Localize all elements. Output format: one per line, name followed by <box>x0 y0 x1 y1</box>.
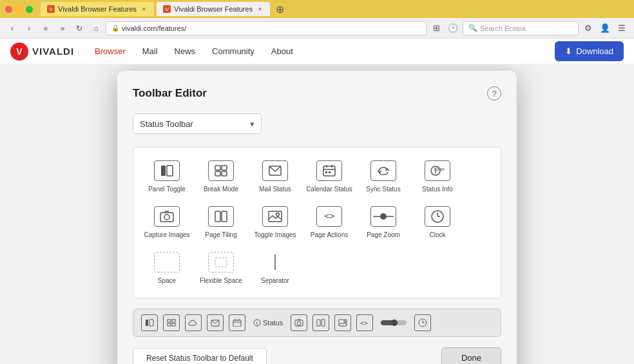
toolbar-item-space[interactable]: Space <box>141 247 193 290</box>
tab-1[interactable]: V Vivaldi Browser Features ✕ <box>41 2 154 16</box>
done-button[interactable]: Done <box>441 347 501 364</box>
page-tiling-label: Page Tiling <box>205 231 236 239</box>
main-nav-links: Browser Mail News Community About <box>87 43 555 60</box>
preview-capture[interactable] <box>291 314 307 331</box>
svg-rect-32 <box>168 320 171 322</box>
address-text: vivaldi.com/features/ <box>122 24 186 32</box>
svg-rect-33 <box>172 320 175 322</box>
preview-mail[interactable] <box>207 314 224 331</box>
toolbar-item-separator[interactable]: Separator <box>249 247 301 290</box>
preview-code[interactable]: <> <box>356 314 373 331</box>
preview-break-mode[interactable] <box>163 314 180 331</box>
preview-clock[interactable] <box>414 314 431 331</box>
toolbar-item-clock[interactable]: Clock <box>412 201 463 244</box>
calendar-status-icon <box>316 160 342 181</box>
svg-point-17 <box>164 215 169 220</box>
flexible-space-icon <box>208 252 234 273</box>
bookmark-icon[interactable]: ⊞ <box>429 21 443 35</box>
search-icon: 🔍 <box>468 24 477 32</box>
traffic-light-green[interactable] <box>26 6 33 13</box>
mail-status-label: Mail Status <box>259 185 291 193</box>
traffic-light-yellow[interactable] <box>15 6 23 13</box>
preview-zoom-slider[interactable] <box>381 320 407 325</box>
toolbar-item-status-info[interactable]: i Status Status Info <box>412 155 463 198</box>
help-button[interactable]: ? <box>487 86 501 101</box>
download-button[interactable]: ⬇ Download <box>555 41 624 61</box>
toolbar-item-flexible-space[interactable]: Flexible Space <box>195 247 247 290</box>
new-tab-icon[interactable]: ⊕ <box>273 2 287 16</box>
svg-rect-19 <box>222 211 227 222</box>
toolbar-item-calendar-status[interactable]: Calendar Status <box>303 155 355 198</box>
toggle-images-icon <box>262 206 288 227</box>
fast-forward-button[interactable]: » <box>55 21 70 35</box>
svg-rect-2 <box>215 166 220 170</box>
tab-label-2: Vivaldi Browser Features <box>174 5 253 13</box>
nav-link-about[interactable]: About <box>264 43 301 60</box>
preview-calendar[interactable] <box>229 314 245 331</box>
tab-close-1[interactable]: ✕ <box>140 5 148 13</box>
svg-rect-12 <box>329 171 331 173</box>
preview-zoom-control[interactable] <box>381 320 407 325</box>
search-bar[interactable]: 🔍 Search Ecosia <box>463 21 579 35</box>
preview-cloud[interactable] <box>185 314 202 331</box>
download-label: Download <box>576 46 613 56</box>
extensions-icon[interactable]: ⚙ <box>581 21 595 35</box>
forward-button[interactable]: › <box>22 21 36 35</box>
svg-text:<>: <> <box>324 211 335 221</box>
home-button[interactable]: ⌂ <box>89 21 103 35</box>
nav-link-browser[interactable]: Browser <box>87 43 133 60</box>
nav-link-news[interactable]: News <box>167 43 204 60</box>
toolbar-item-page-actions[interactable]: <> Page Actions <box>303 201 355 244</box>
nav-link-community[interactable]: Community <box>204 43 262 60</box>
svg-text:i: i <box>256 321 258 325</box>
tab-close-2[interactable]: ✕ <box>256 5 264 13</box>
page-actions-icon: <> <box>316 206 342 227</box>
reset-button[interactable]: Reset Status Toolbar to Default <box>133 348 267 365</box>
toolbar-selector[interactable]: Status Toolbar ▾ <box>133 113 262 134</box>
preview-status-info[interactable]: i Status <box>251 314 285 331</box>
space-icon <box>154 252 180 273</box>
preview-images[interactable] <box>334 314 351 331</box>
dialog-overlay: Toolbar Editor ? Status Toolbar ▾ <box>0 64 634 364</box>
toolbar-item-page-tiling[interactable]: Page Tiling <box>195 201 247 244</box>
address-bar[interactable]: 🔒 vivaldi.com/features/ <box>106 21 427 35</box>
dialog-title: Toolbar Editor <box>133 87 207 100</box>
toolbar-item-page-zoom[interactable]: Page Zoom <box>358 201 409 244</box>
nav-link-mail[interactable]: Mail <box>135 43 166 60</box>
traffic-light-red[interactable] <box>5 6 12 13</box>
svg-rect-46 <box>322 320 325 326</box>
history-icon[interactable]: 🕑 <box>446 21 460 35</box>
page-actions-label: Page Actions <box>311 231 348 239</box>
sync-status-label: Sync Status <box>366 185 400 193</box>
tab-favicon-1: V <box>47 5 55 13</box>
back-button[interactable]: ‹ <box>5 21 19 35</box>
page-zoom-label: Page Zoom <box>367 231 400 239</box>
mail-status-icon <box>262 160 288 181</box>
tab-2[interactable]: V Vivaldi Browser Features ✕ <box>157 2 270 16</box>
toolbar-selector-chevron: ▾ <box>250 119 255 129</box>
rewind-button[interactable]: « <box>39 21 53 35</box>
toolbar-item-mail-status[interactable]: Mail Status <box>249 155 301 198</box>
svg-rect-18 <box>215 211 220 222</box>
preview-tiling[interactable] <box>312 314 329 331</box>
svg-point-24 <box>380 213 387 220</box>
toolbar-item-toggle-images[interactable]: Toggle Images <box>249 201 301 244</box>
settings-icon[interactable]: ☰ <box>615 21 629 35</box>
vivaldi-logo-icon: V <box>10 43 28 61</box>
refresh-button[interactable]: ↻ <box>72 21 86 35</box>
svg-rect-5 <box>222 171 227 176</box>
panel-toggle-icon <box>154 160 180 181</box>
toolbar-item-break-mode[interactable]: Break Mode <box>195 155 247 198</box>
account-icon[interactable]: 👤 <box>598 21 612 35</box>
separator-label: Separator <box>261 276 289 285</box>
toolbar-item-capture-images[interactable]: Capture Images <box>141 201 193 244</box>
toolbar-item-sync-status[interactable]: Sync Status <box>358 155 409 198</box>
separator-icon <box>262 252 288 273</box>
svg-rect-35 <box>172 323 175 326</box>
items-grid: Panel Toggle Break Mode <box>133 147 501 298</box>
toolbar-item-panel-toggle[interactable]: Panel Toggle <box>141 155 193 198</box>
svg-text:Status: Status <box>434 166 445 172</box>
svg-rect-0 <box>161 166 166 176</box>
preview-panel-toggle[interactable] <box>141 314 158 331</box>
break-mode-icon <box>208 160 234 181</box>
